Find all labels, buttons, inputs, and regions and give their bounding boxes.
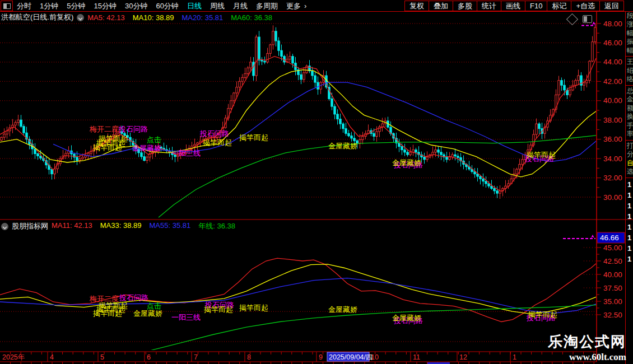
chart-annotation: 金屋藏娇 xyxy=(133,310,162,317)
chart-annotation: 投石问路 xyxy=(200,130,229,137)
tab-分时[interactable]: 分时 xyxy=(17,1,31,11)
main-chart-header: 洪都航空(日线.前复权) MA5: 42.13MA10: 38.89MA20: … xyxy=(1,13,272,22)
strip-text: 振 xyxy=(626,38,633,46)
split-window-icon xyxy=(3,3,11,9)
button-标记[interactable]: 标记 xyxy=(547,1,571,11)
indicator-dropdown-icon[interactable] xyxy=(1,223,8,230)
button-+自选[interactable]: +自选 xyxy=(571,1,600,11)
period-tabs: 分时1分钟5分钟15分钟30分钟60分钟日线周线月线多周期更多› xyxy=(17,0,306,12)
top-toolbar: 分时1分钟5分钟15分钟30分钟60分钟日线周线月线多周期更多› 复权叠加多股统… xyxy=(0,0,633,12)
chart-annotation: 揭竿而起 xyxy=(239,134,268,141)
strip-text: 幅 xyxy=(626,46,633,55)
axis-label: 45.00 xyxy=(603,244,622,252)
chart-annotation: 投石问路 xyxy=(119,294,148,301)
chart-annotation: 金屋藏娇 xyxy=(328,142,357,150)
strip-text: 幅 xyxy=(626,29,633,38)
axis-label: 48.00 xyxy=(603,20,622,28)
strip-text: 王 xyxy=(626,58,633,67)
ma-label: MA5: 42.13 xyxy=(87,13,125,22)
tab-60分钟[interactable]: 60分钟 xyxy=(156,1,178,11)
title-dropdown-icon[interactable] xyxy=(77,14,84,21)
strip-divider xyxy=(626,140,633,141)
selected-date-label: 2025/09/04/四 xyxy=(329,353,373,361)
axis-label: 35.00 xyxy=(603,297,622,306)
chart-annotation: 揭竿而起 xyxy=(93,144,122,151)
sub-chart-header: 股朋指标网 MA11: 42.13MA33: 38.89MA55: 35.81年… xyxy=(1,222,235,231)
tab-5分钟[interactable]: 5分钟 xyxy=(67,1,85,11)
right-sidebar-strip[interactable]: 阶段涨幅振幅王绍络总金额换手率打分自选11111111 xyxy=(625,0,633,364)
ma-line xyxy=(0,258,596,321)
tab-周线[interactable]: 周线 xyxy=(210,1,225,11)
tab-多周期[interactable]: 多周期 xyxy=(256,1,278,11)
strip-text: 络 xyxy=(626,75,633,84)
time-axis-label: 1 xyxy=(513,353,516,361)
tab-日线[interactable]: 日线 xyxy=(187,1,202,11)
tab-月线[interactable]: 月线 xyxy=(233,1,248,11)
main-ma-labels: MA5: 42.13MA10: 38.89MA20: 35.81MA60: 36… xyxy=(87,13,272,22)
axis-label: 42.50 xyxy=(603,257,622,265)
strip-text: 换 xyxy=(626,113,633,122)
watermark: 乐淘公式网 www.60lt.com xyxy=(548,332,626,363)
axis-label: 44.00 xyxy=(603,58,622,66)
stock-title: 洪都航空(日线.前复权) xyxy=(1,12,73,22)
time-axis-label: 7 xyxy=(194,353,198,361)
tab-更多[interactable]: 更多 xyxy=(286,1,301,11)
axis-label: 36.00 xyxy=(603,135,622,143)
button-画线[interactable]: 画线 xyxy=(501,1,525,11)
time-axis-label: 5 xyxy=(100,353,104,361)
time-axis-label: 12 xyxy=(459,353,467,361)
sub-price-marker xyxy=(563,235,595,239)
ma-label: MA11: 42.13 xyxy=(52,221,92,231)
axis-label: 32.50 xyxy=(603,311,622,319)
button-复权[interactable]: 复权 xyxy=(404,1,429,11)
sub-price-axis: 45.0042.5040.0037.5035.0032.50 xyxy=(597,241,622,319)
layout-toggle-button[interactable] xyxy=(1,1,13,11)
app-window: 分时1分钟5分钟15分钟30分钟60分钟日线周线月线多周期更多› 复权叠加多股统… xyxy=(0,0,633,364)
axis-label: 38.00 xyxy=(603,116,622,124)
button-统计[interactable]: 统计 xyxy=(477,1,501,11)
axis-label: 40.00 xyxy=(603,270,622,279)
button-F10[interactable]: F10 xyxy=(525,1,547,11)
strip-text: 1 xyxy=(626,254,633,264)
tab-1分钟[interactable]: 1分钟 xyxy=(40,1,58,11)
time-axis-label: 2025年 xyxy=(2,353,25,361)
button-多股[interactable]: 多股 xyxy=(453,1,477,11)
strip-text: 手 xyxy=(626,122,633,130)
strip-text: 涨 xyxy=(626,20,633,29)
tab-15分钟[interactable]: 15分钟 xyxy=(94,1,116,11)
watermark-site-name: 乐淘公式网 xyxy=(548,332,626,352)
axis-label: 40.00 xyxy=(603,96,622,105)
strip-tab-self-select[interactable]: 自 xyxy=(626,159,633,168)
time-axis-label: 8 xyxy=(247,353,251,361)
strip-text: 总 xyxy=(626,87,633,96)
panel-split-icon[interactable] xyxy=(583,15,592,23)
button-叠加[interactable]: 叠加 xyxy=(429,1,453,11)
time-axis: 2025年45678910111212025/09/04/四 xyxy=(0,352,597,364)
time-axis-label: 11 xyxy=(413,353,420,361)
indicator-name: 股朋指标网 xyxy=(12,221,48,231)
ma-label: MA20: 35.81 xyxy=(182,13,224,22)
chart-annotation: 投石问路 xyxy=(119,125,148,133)
ma-line xyxy=(0,70,596,177)
chart-annotation: 揭竿而起 xyxy=(93,310,122,317)
strip-text: 1 xyxy=(626,232,633,243)
axis-label: 34.00 xyxy=(603,155,622,163)
tab-30分钟[interactable]: 30分钟 xyxy=(125,1,147,11)
sub-ma-labels: MA11: 42.13MA33: 38.89MA55: 35.81年线: 36.… xyxy=(52,221,235,231)
ma-label: 年线: 36.38 xyxy=(198,221,235,231)
strip-text: 1 xyxy=(626,222,633,232)
strip-text: 率 xyxy=(626,130,633,139)
chart-annotation: 一阳三线 xyxy=(171,314,201,321)
axis-label: 37.50 xyxy=(603,284,622,292)
chart-annotation: 金屋藏娇 xyxy=(328,306,357,313)
strip-divider xyxy=(626,56,633,57)
ma-label: MA33: 38.89 xyxy=(100,221,142,231)
strip-divider xyxy=(626,85,633,86)
chart-annotation: 金屋藏娇 xyxy=(132,144,161,152)
sub-indicator-lines xyxy=(0,258,596,352)
strip-text: 1 xyxy=(626,211,633,222)
main-price-axis: 30.0032.0034.0036.0038.0040.0042.0044.00… xyxy=(597,20,622,202)
button-返回[interactable]: 返回 xyxy=(600,1,624,11)
time-axis-label: 6 xyxy=(147,353,151,361)
ma-label: MA10: 38.89 xyxy=(133,13,174,22)
